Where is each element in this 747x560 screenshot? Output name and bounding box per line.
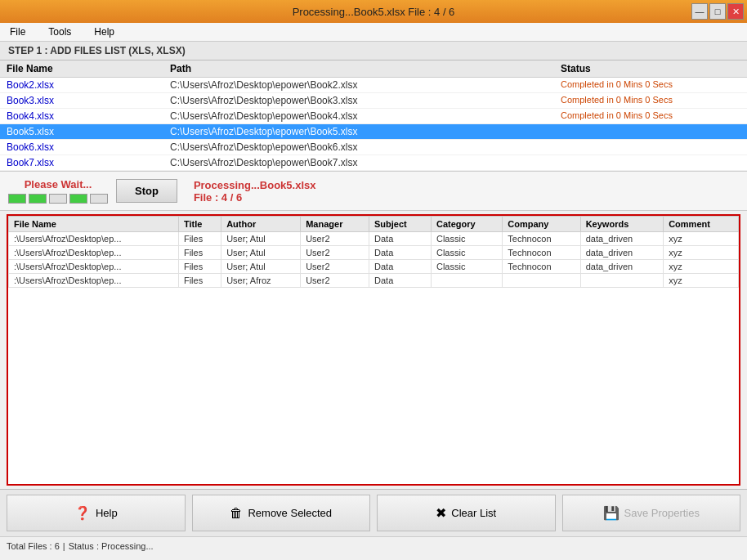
file-name-cell: Book3.xlsx	[7, 95, 170, 106]
prop-table-cell: Classic	[431, 260, 502, 274]
prop-table-header: Company	[503, 217, 580, 232]
prop-table-cell: Data	[369, 232, 432, 246]
prop-table-cell: data_driven	[580, 260, 664, 274]
file-list-row[interactable]: Book7.xlsx C:\Users\Afroz\Desktop\epower…	[0, 155, 747, 171]
prop-table-header: File Name	[9, 217, 179, 232]
help-label: Help	[96, 507, 118, 519]
prop-table-cell: Data	[369, 246, 432, 260]
status-text: Status : Processing...	[69, 541, 154, 551]
prop-table-header: Category	[431, 217, 502, 232]
prop-table-row[interactable]: :\Users\Afroz\Desktop\ep...FilesUser; At…	[9, 260, 739, 274]
file-list-row[interactable]: Book2.xlsx C:\Users\Afroz\Desktop\epower…	[0, 78, 747, 93]
file-list-header: File Name Path Status	[0, 60, 747, 78]
prop-table-cell: Technocon	[503, 232, 580, 246]
prop-table-cell: Data	[369, 260, 432, 274]
file-name-cell: Book5.xlsx	[7, 126, 170, 137]
prop-table-cell: xyz	[664, 232, 739, 246]
prop-table-cell: xyz	[664, 260, 739, 274]
file-path-cell: C:\Users\Afroz\Desktop\epower\Book5.xlsx	[170, 126, 561, 137]
progress-block	[49, 194, 67, 204]
close-button[interactable]: ✕	[727, 3, 744, 20]
prop-table-row[interactable]: :\Users\Afroz\Desktop\ep...FilesUser; Af…	[9, 274, 739, 288]
help-button[interactable]: ❓ Help	[7, 495, 186, 531]
remove-selected-button[interactable]: 🗑 Remove Selected	[192, 495, 371, 531]
progress-section: Please Wait... Stop Processing...Book5.x…	[0, 172, 747, 211]
file-list-row[interactable]: Book4.xlsx C:\Users\Afroz\Desktop\epower…	[0, 109, 747, 124]
prop-table-header: Author	[221, 217, 301, 232]
processing-info: Processing...Book5.xlsx File : 4 / 6	[194, 179, 316, 204]
prop-table-cell: User; Afroz	[221, 274, 301, 288]
prop-table-row[interactable]: :\Users\Afroz\Desktop\ep...FilesUser; At…	[9, 246, 739, 260]
prop-table-cell	[580, 274, 664, 288]
file-status-cell: Completed in 0 Mins 0 Secs	[561, 95, 740, 106]
prop-table-header: Subject	[369, 217, 432, 232]
bottom-buttons: ❓ Help 🗑 Remove Selected ✖ Clear List 💾 …	[0, 489, 747, 536]
col-header-path: Path	[170, 63, 561, 74]
remove-selected-label: Remove Selected	[248, 507, 332, 519]
file-path-cell: C:\Users\Afroz\Desktop\epower\Book7.xlsx	[170, 157, 561, 168]
prop-table-cell: Data	[369, 274, 432, 288]
file-list-row[interactable]: Book6.xlsx C:\Users\Afroz\Desktop\epower…	[0, 140, 747, 155]
status-bar: Total Files : 6 | Status : Processing...	[0, 536, 747, 554]
prop-table-cell: :\Users\Afroz\Desktop\ep...	[9, 274, 179, 288]
prop-table-cell: :\Users\Afroz\Desktop\ep...	[9, 232, 179, 246]
save-properties-label: Save Properties	[624, 507, 700, 519]
prop-table-header: Manager	[301, 217, 369, 232]
main-content: STEP 1 : ADD FILES LIST (XLS, XLSX) File…	[0, 42, 747, 536]
minimize-button[interactable]: —	[691, 3, 708, 20]
save-icon: 💾	[603, 505, 620, 521]
prop-table-cell: xyz	[664, 274, 739, 288]
progress-block	[69, 194, 87, 204]
prop-table-cell: Classic	[431, 232, 502, 246]
prop-table-cell: data_driven	[580, 232, 664, 246]
title-bar: Processing...Book5.xlsx File : 4 / 6 — □…	[0, 0, 747, 23]
prop-table-row[interactable]: :\Users\Afroz\Desktop\ep...FilesUser; At…	[9, 232, 739, 246]
clear-list-label: Clear List	[451, 507, 496, 519]
menu-help[interactable]: Help	[89, 25, 119, 39]
properties-table-section: File NameTitleAuthorManagerSubjectCatego…	[7, 214, 740, 486]
total-files: Total Files : 6	[7, 541, 60, 551]
file-list-section: File Name Path Status Book2.xlsx C:\User…	[0, 60, 747, 172]
prop-table-cell: Technocon	[503, 246, 580, 260]
file-list-row[interactable]: Book5.xlsx C:\Users\Afroz\Desktop\epower…	[0, 124, 747, 140]
menu-tools[interactable]: Tools	[43, 25, 76, 39]
menu-file[interactable]: File	[5, 25, 30, 39]
prop-table-cell: Technocon	[503, 260, 580, 274]
prop-table-cell: User2	[301, 274, 369, 288]
file-name-cell: Book7.xlsx	[7, 157, 170, 168]
prop-table-cell: :\Users\Afroz\Desktop\ep...	[9, 246, 179, 260]
col-header-filename: File Name	[7, 63, 170, 74]
file-name-cell: Book4.xlsx	[7, 110, 170, 122]
file-name-cell: Book6.xlsx	[7, 141, 170, 153]
step-header: STEP 1 : ADD FILES LIST (XLS, XLSX)	[0, 42, 747, 60]
prop-table-cell: data_driven	[580, 246, 664, 260]
progress-block	[8, 194, 26, 204]
prop-table-cell: Files	[178, 232, 221, 246]
prop-table-cell: User; Atul	[221, 232, 301, 246]
save-properties-button[interactable]: 💾 Save Properties	[562, 495, 741, 531]
file-status-cell: Completed in 0 Mins 0 Secs	[561, 79, 740, 91]
prop-table-cell: :\Users\Afroz\Desktop\ep...	[9, 260, 179, 274]
file-list-row[interactable]: Book3.xlsx C:\Users\Afroz\Desktop\epower…	[0, 93, 747, 109]
file-status-cell	[561, 157, 740, 168]
remove-icon: 🗑	[230, 506, 243, 521]
file-status-cell: Completed in 0 Mins 0 Secs	[561, 110, 740, 122]
prop-table-header: Keywords	[580, 217, 664, 232]
stop-button[interactable]: Stop	[116, 179, 177, 203]
maximize-button[interactable]: □	[709, 3, 726, 20]
clear-list-button[interactable]: ✖ Clear List	[377, 495, 556, 531]
prop-table-cell: User; Atul	[221, 246, 301, 260]
prop-table-cell: Files	[178, 246, 221, 260]
window-title: Processing...Book5.xlsx File : 4 / 6	[293, 6, 455, 18]
file-path-cell: C:\Users\Afroz\Desktop\epower\Book3.xlsx	[170, 95, 561, 106]
window-controls: — □ ✕	[691, 3, 744, 20]
prop-table-cell: User2	[301, 232, 369, 246]
progress-bar	[8, 194, 108, 204]
progress-block	[29, 194, 47, 204]
prop-table-header: Title	[178, 217, 221, 232]
file-path-cell: C:\Users\Afroz\Desktop\epower\Book6.xlsx	[170, 141, 561, 153]
file-path-cell: C:\Users\Afroz\Desktop\epower\Book2.xlsx	[170, 79, 561, 91]
prop-table-cell	[503, 274, 580, 288]
help-icon: ❓	[74, 505, 91, 521]
prop-table-header: Comment	[664, 217, 739, 232]
